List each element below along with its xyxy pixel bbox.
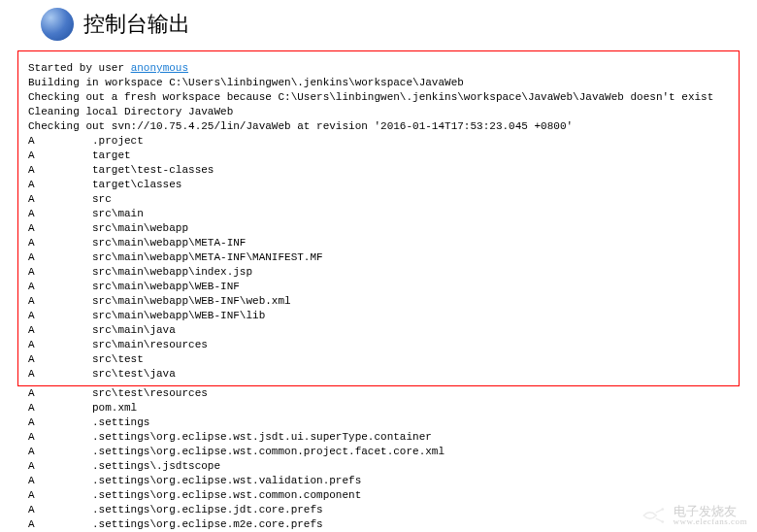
anonymous-user-link[interactable]: anonymous — [131, 62, 188, 74]
started-by-text: Started by user — [28, 62, 131, 74]
ball-icon — [41, 8, 74, 41]
console-header: 控制台输出 — [0, 0, 757, 45]
console-output-box: Started by user anonymous Building in wo… — [17, 50, 740, 386]
checking-fresh-line: Checking out a fresh workspace because C… — [28, 91, 713, 103]
svn-line: Checking out svn://10.75.4.25/lin/JavaWe… — [28, 120, 573, 132]
file-rows-rest: A src\test\resources A pom.xml A .settin… — [28, 387, 444, 532]
page-title: 控制台输出 — [83, 10, 190, 39]
console-output-rest: A src\test\resources A pom.xml A .settin… — [17, 386, 740, 532]
file-rows-boxed: A .project A target A target\test-classe… — [28, 135, 323, 380]
cleaning-line: Cleaning local Directory JavaWeb — [28, 106, 233, 117]
building-line: Building in workspace C:\Users\linbingwe… — [28, 77, 464, 88]
